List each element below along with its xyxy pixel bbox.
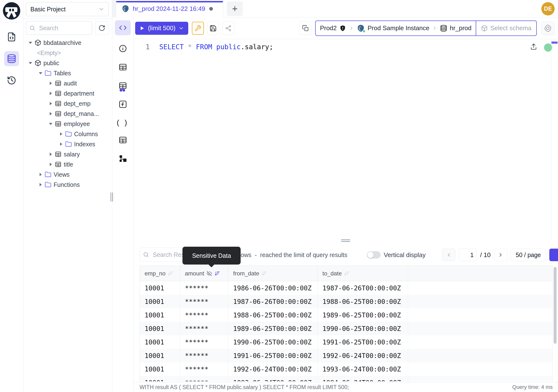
cell-from-date[interactable]: 1989-06-25T00:00:00Z bbox=[228, 322, 318, 335]
rail-item-databases[interactable] bbox=[4, 51, 19, 66]
tree-item-tables[interactable]: Tables bbox=[23, 68, 112, 78]
table-row[interactable]: 10001 ****** 1989-06-25T00:00:00Z 1990-0… bbox=[140, 322, 552, 335]
cell-to-date[interactable]: 1991-06-25T00:00:00Z bbox=[318, 335, 408, 349]
table-row[interactable]: 10001 ****** 1991-06-25T00:00:00Z 1992-0… bbox=[140, 349, 552, 362]
cell-emp-no[interactable]: 10001 bbox=[140, 362, 180, 376]
tree-item-employee[interactable]: employee bbox=[23, 119, 112, 129]
export-button[interactable] bbox=[549, 249, 558, 261]
cell-emp-no[interactable]: 10001 bbox=[140, 376, 180, 381]
cell-to-date[interactable]: 1993-06-24T00:00:00Z bbox=[318, 362, 408, 376]
cell-to-date[interactable]: 1987-06-26T00:00:00Z bbox=[318, 281, 408, 295]
caret-right-icon[interactable] bbox=[59, 132, 63, 136]
cell-to-date[interactable]: 1994-06-24T00:00:00Z bbox=[318, 376, 408, 381]
cell-emp-no[interactable]: 10001 bbox=[140, 308, 180, 322]
rail-item-history[interactable] bbox=[4, 73, 19, 88]
caret-right-icon[interactable] bbox=[39, 173, 43, 176]
tree-item-dept-manager[interactable]: dept_mana... bbox=[23, 109, 112, 119]
results-scrollbar-thumb[interactable] bbox=[554, 267, 557, 344]
batch-query-button[interactable] bbox=[299, 22, 312, 35]
panel-resize-handle[interactable] bbox=[341, 239, 350, 242]
sort-icon[interactable] bbox=[262, 270, 267, 276]
bytebase-logo-icon[interactable] bbox=[3, 2, 20, 19]
cell-from-date[interactable]: 1986-06-26T00:00:00Z bbox=[228, 281, 318, 295]
table-row[interactable]: 10001 ****** 1988-06-25T00:00:00Z 1989-0… bbox=[140, 308, 552, 322]
format-sql-button[interactable] bbox=[192, 22, 204, 35]
cell-from-date[interactable]: 1987-06-26T00:00:00Z bbox=[228, 295, 318, 308]
cell-from-date[interactable]: 1990-06-25T00:00:00Z bbox=[228, 335, 318, 349]
cell-to-date[interactable]: 1992-06-24T00:00:00Z bbox=[318, 349, 408, 362]
cell-amount[interactable]: ****** bbox=[180, 335, 228, 349]
tree-item-salary[interactable]: salary bbox=[23, 149, 112, 159]
caret-right-icon[interactable] bbox=[49, 91, 52, 95]
cell-to-date[interactable]: 1990-06-25T00:00:00Z bbox=[318, 322, 408, 335]
tree-item-department[interactable]: department bbox=[23, 88, 112, 98]
panel-editor-button[interactable] bbox=[115, 20, 131, 35]
tree-item-public[interactable]: public bbox=[23, 58, 112, 68]
save-sheet-button[interactable] bbox=[207, 22, 219, 35]
sort-icon[interactable] bbox=[344, 270, 350, 276]
upload-sql-button[interactable] bbox=[530, 43, 537, 51]
cell-from-date[interactable]: 1988-06-25T00:00:00Z bbox=[228, 308, 318, 322]
cell-from-date[interactable]: 1992-06-24T00:00:00Z bbox=[228, 362, 318, 376]
cell-amount[interactable]: ****** bbox=[180, 362, 228, 376]
schema-selector[interactable]: Select schema bbox=[476, 21, 536, 35]
caret-right-icon[interactable] bbox=[49, 162, 52, 166]
tree-item-dept-emp[interactable]: dept_emp bbox=[23, 98, 112, 109]
caret-down-icon[interactable] bbox=[39, 71, 43, 75]
table-row[interactable]: 10001 ****** 1987-06-26T00:00:00Z 1988-0… bbox=[140, 295, 552, 308]
cell-to-date[interactable]: 1988-06-25T00:00:00Z bbox=[318, 295, 408, 308]
panel-info-button[interactable] bbox=[119, 44, 127, 54]
panel-views-button[interactable] bbox=[119, 136, 127, 145]
column-header-to-date[interactable]: to_date bbox=[318, 266, 408, 281]
caret-down-icon[interactable] bbox=[28, 61, 32, 65]
rail-item-worksheets[interactable] bbox=[4, 29, 19, 44]
table-row[interactable]: 10001 ****** 1990-06-25T00:00:00Z 1991-0… bbox=[140, 335, 552, 349]
new-tab-button[interactable]: + bbox=[227, 1, 243, 16]
tree-item-bbdataarchive[interactable]: bbdataarchive bbox=[23, 38, 112, 48]
page-size-select[interactable]: 50 / page bbox=[511, 249, 546, 261]
sql-editor-pane[interactable]: 1 SELECT * FROM public.salary; bbox=[133, 39, 558, 241]
cell-amount[interactable]: ****** bbox=[180, 281, 228, 295]
ai-assistant-button[interactable] bbox=[541, 21, 555, 35]
eye-off-icon[interactable] bbox=[206, 270, 212, 276]
caret-right-icon[interactable] bbox=[39, 183, 43, 187]
cell-to-date[interactable]: 1989-06-25T00:00:00Z bbox=[318, 308, 408, 322]
sidebar-search-input[interactable] bbox=[26, 21, 92, 35]
column-header-amount[interactable]: amount bbox=[180, 266, 228, 281]
cell-amount[interactable]: ****** bbox=[180, 308, 228, 322]
caret-right-icon[interactable] bbox=[49, 112, 52, 116]
panel-procedures-button[interactable]: ( ) bbox=[117, 119, 129, 127]
cell-emp-no[interactable]: 10001 bbox=[140, 322, 180, 335]
table-row[interactable]: 10001 ****** 1992-06-24T00:00:00Z 1993-0… bbox=[140, 362, 552, 376]
sort-icon[interactable] bbox=[214, 270, 220, 276]
cell-emp-no[interactable]: 10001 bbox=[140, 295, 180, 308]
run-query-button[interactable]: (limit 500) bbox=[135, 22, 188, 35]
cell-amount[interactable]: ****** bbox=[180, 376, 228, 381]
editor-scrollbar[interactable] bbox=[551, 39, 558, 241]
cell-from-date[interactable]: 1991-06-25T00:00:00Z bbox=[228, 349, 318, 362]
tab-hr-prod[interactable]: hr_prod 2024-11-22 16:49 bbox=[116, 0, 223, 17]
cell-emp-no[interactable]: 10001 bbox=[140, 335, 180, 349]
page-number-input[interactable] bbox=[459, 249, 477, 261]
caret-right-icon[interactable] bbox=[49, 152, 52, 156]
avatar[interactable]: DE bbox=[541, 2, 555, 16]
cell-emp-no[interactable]: 10001 bbox=[140, 349, 180, 362]
caret-down-icon[interactable] bbox=[28, 41, 32, 45]
table-row-partial[interactable]: 10001 ****** 1993-06-24T00:00:00Z 1994-0… bbox=[140, 376, 552, 381]
tree-item-audit[interactable]: audit bbox=[23, 78, 112, 88]
table-row[interactable]: 10001 ****** 1986-06-26T00:00:00Z 1987-0… bbox=[140, 281, 552, 295]
tree-item-indexes[interactable]: Indexes bbox=[23, 139, 112, 149]
next-page-button[interactable] bbox=[494, 249, 507, 261]
panel-external-tables-button[interactable] bbox=[119, 81, 127, 91]
panel-schema-diagram-button[interactable] bbox=[119, 154, 127, 164]
cell-amount[interactable]: ****** bbox=[180, 349, 228, 362]
tree-item-title[interactable]: title bbox=[23, 159, 112, 169]
column-header-from-date[interactable]: from_date bbox=[228, 266, 318, 281]
cell-amount[interactable]: ****** bbox=[180, 295, 228, 308]
column-header-emp-no[interactable]: emp_no bbox=[140, 266, 180, 281]
caret-right-icon[interactable] bbox=[49, 81, 52, 85]
tree-item-functions[interactable]: Functions bbox=[23, 180, 112, 190]
project-selector[interactable]: Basic Project bbox=[26, 2, 109, 16]
vertical-display-toggle[interactable] bbox=[367, 251, 381, 259]
caret-right-icon[interactable] bbox=[59, 142, 63, 146]
